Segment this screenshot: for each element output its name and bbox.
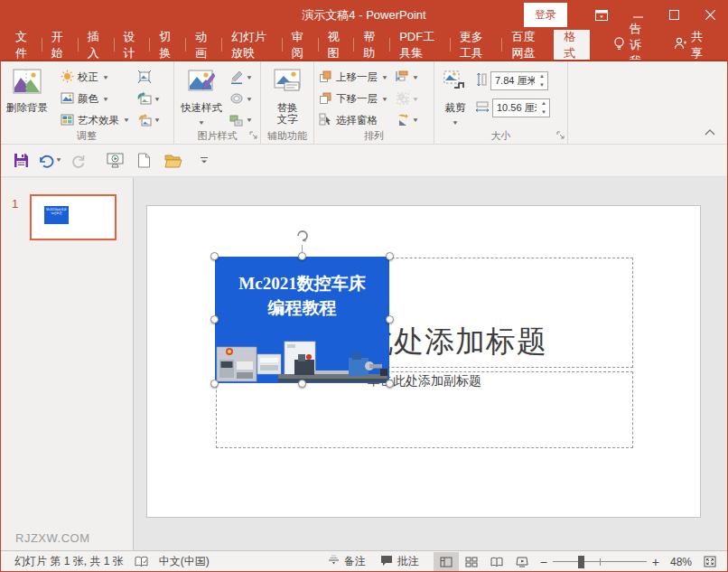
ribbon-display-options-icon[interactable] [583, 0, 620, 30]
slide-editing-surface[interactable]: 单击此处添加标题 单击此处添加副标题 Mc2021数控车床 编程教程 [146, 205, 701, 518]
artistic-effects-button[interactable]: 艺术效果▼ [59, 109, 132, 131]
alt-text-icon [272, 68, 303, 99]
change-picture-button[interactable]: ▼ [135, 88, 163, 109]
tab-help[interactable]: 帮助 [353, 30, 389, 60]
resize-handle-top-left[interactable] [210, 252, 219, 260]
zoom-control: − + 48% [535, 556, 697, 568]
tab-file[interactable]: 文件 [5, 30, 42, 60]
picture-effects-button[interactable]: ▼ [228, 88, 255, 109]
corrections-button[interactable]: 校正▼ [59, 66, 132, 88]
redo-button-disabled[interactable] [68, 149, 91, 173]
quick-styles-button[interactable]: 快速样式 ▼ [177, 64, 226, 128]
width-decrease-button[interactable]: ▼ [538, 108, 549, 117]
picture-layout-button[interactable]: ▼ [228, 109, 255, 131]
zoom-in-button[interactable]: + [652, 558, 659, 567]
close-button[interactable] [692, 0, 728, 30]
collapse-ribbon-button[interactable] [705, 126, 715, 138]
slide-1-thumbnail[interactable]: Mc2021数控车床编程教程 [30, 194, 117, 240]
group-objects-button[interactable]: ▼ [394, 88, 421, 109]
bring-forward-button[interactable]: 上移一层▼ [317, 66, 390, 88]
chevron-down-icon: ▼ [412, 117, 419, 123]
tab-baidu-netdisk[interactable]: 百度网盘 [501, 30, 554, 60]
picture-title-text: Mc2021数控车床 编程教程 [215, 271, 389, 320]
zoom-percentage[interactable]: 48% [665, 556, 692, 568]
comments-icon [380, 555, 393, 569]
fit-slide-to-window-button[interactable] [697, 552, 723, 572]
resize-handle-bottom-right[interactable] [386, 380, 394, 388]
shape-width-icon [475, 100, 490, 116]
crop-button[interactable]: 裁剪 ▼ [437, 64, 473, 128]
picture-effects-icon [229, 91, 244, 106]
alt-text-button[interactable]: 替换 文字 [268, 64, 306, 126]
open-file-button[interactable] [162, 149, 185, 173]
chevron-down-icon: ▼ [381, 73, 388, 80]
color-button[interactable]: 颜色▼ [59, 88, 132, 109]
bring-forward-icon [319, 70, 332, 85]
proofing-book-icon [135, 556, 148, 568]
undo-button[interactable]: ▼ [38, 149, 62, 173]
resize-handle-bottom-left[interactable] [210, 380, 219, 388]
rotate-objects-button[interactable]: ▼ [394, 109, 421, 131]
height-decrease-button[interactable]: ▼ [537, 80, 547, 89]
ribbon-group-size: 裁剪 ▼ ▲▼ ▲▼ [434, 61, 568, 144]
reset-picture-button[interactable]: ▼ [135, 109, 163, 131]
tab-view[interactable]: 视图 [318, 30, 354, 60]
reading-view-button[interactable] [484, 552, 509, 572]
slideshow-play-icon [107, 153, 124, 168]
resize-handle-top-right[interactable] [386, 252, 394, 260]
tell-me-button[interactable]: 告诉我 [601, 30, 661, 60]
picture-border-button[interactable]: ▼ [228, 66, 255, 88]
remove-background-button[interactable]: 删除背景 [3, 64, 51, 114]
group-label-size: 大小 [434, 129, 567, 143]
selection-pane-button[interactable]: 选择窗格 [317, 109, 390, 131]
slide-canvas[interactable]: 单击此处添加标题 单击此处添加副标题 Mc2021数控车床 编程教程 [135, 178, 728, 550]
ribbon: 删除背景 校正▼ 颜色▼ 艺术效果▼ [0, 60, 728, 145]
resize-handle-middle-right[interactable] [386, 315, 394, 324]
notes-button[interactable]: 备注 [321, 551, 373, 572]
height-increase-button[interactable]: ▲ [537, 72, 547, 81]
zoom-slider[interactable] [553, 556, 647, 568]
tab-home[interactable]: 开始 [42, 30, 78, 60]
width-increase-button[interactable]: ▲ [538, 99, 549, 108]
selection-pane-icon [319, 113, 332, 128]
chevron-down-icon: ▼ [452, 117, 459, 127]
normal-view-button[interactable] [434, 552, 459, 572]
tab-slideshow[interactable]: 幻灯片放映 [221, 30, 282, 60]
comments-button[interactable]: 批注 [373, 551, 426, 572]
thumbnail-picture: Mc2021数控车床编程教程 [44, 206, 69, 224]
new-document-button[interactable] [133, 149, 156, 173]
customize-qat-button[interactable] [192, 149, 216, 173]
maximize-button[interactable] [656, 0, 692, 30]
tab-insert[interactable]: 插入 [78, 30, 114, 60]
zoom-out-button[interactable]: − [540, 558, 547, 567]
selected-picture[interactable]: Mc2021数控车床 编程教程 [215, 257, 389, 383]
language-indicator[interactable]: 中文(中国) [152, 551, 217, 572]
tab-transitions[interactable]: 切换 [149, 30, 185, 60]
slideshow-view-button[interactable] [509, 552, 535, 572]
save-button[interactable] [9, 149, 33, 173]
tab-review[interactable]: 审阅 [282, 30, 318, 60]
tab-pdf-tools[interactable]: PDF工具集 [389, 30, 450, 60]
tab-format-active[interactable]: 格式 [554, 30, 590, 60]
chevron-down-icon: ▼ [246, 95, 253, 101]
resize-handle-top-middle[interactable] [298, 252, 306, 260]
slide-sorter-view-button[interactable] [459, 552, 484, 572]
tab-more-tools[interactable]: 更多工具 [450, 30, 502, 60]
tab-design[interactable]: 设计 [114, 30, 150, 60]
dialog-launcher-icon[interactable] [556, 129, 565, 142]
align-objects-button[interactable]: ▼ [394, 66, 421, 88]
rotation-handle[interactable] [294, 227, 312, 245]
spellcheck-button[interactable] [131, 551, 152, 572]
compress-picture-button[interactable] [135, 66, 163, 88]
resize-handle-bottom-middle[interactable] [298, 380, 306, 388]
resize-handle-middle-left[interactable] [210, 315, 219, 324]
dialog-launcher-icon[interactable] [249, 129, 257, 142]
login-button[interactable]: 登录 [524, 3, 567, 27]
minimize-button[interactable] [620, 0, 656, 30]
share-button[interactable]: 共享 [661, 30, 715, 60]
zoom-slider-handle[interactable] [578, 556, 584, 568]
send-backward-button[interactable]: 下移一层▼ [317, 88, 390, 109]
start-from-beginning-button[interactable] [104, 149, 127, 173]
slide-counter[interactable]: 幻灯片 第 1 张, 共 1 张 [7, 551, 131, 572]
tab-animations[interactable]: 动画 [185, 30, 221, 60]
